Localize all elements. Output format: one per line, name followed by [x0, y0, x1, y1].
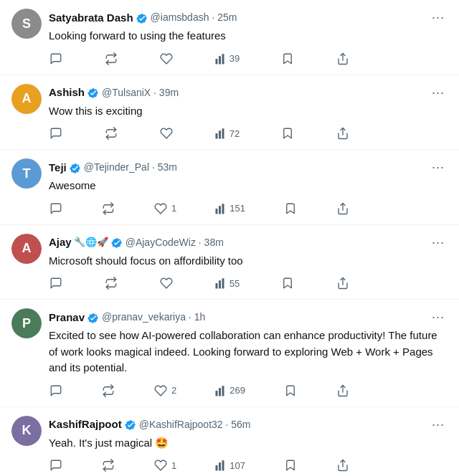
retweet-icon: [101, 201, 115, 216]
retweet-button[interactable]: [104, 126, 118, 141]
retweet-icon: [104, 52, 118, 66]
svg-rect-0: [215, 59, 217, 65]
reply-button[interactable]: [49, 201, 63, 216]
svg-rect-4: [215, 133, 217, 139]
stats-button[interactable]: 151: [214, 202, 245, 215]
tweet-text: Looking forward to using the features: [49, 28, 448, 44]
avatar: A: [11, 234, 42, 264]
stats-button[interactable]: 55: [214, 277, 240, 290]
retweet-button[interactable]: [101, 384, 115, 398]
stats-button[interactable]: 107: [214, 459, 245, 472]
retweet-button[interactable]: [104, 276, 118, 290]
tweet-2: AAshish@TulsaniX · 39m···Wow this is exc…: [0, 75, 459, 151]
tweet-actions: 39: [49, 52, 350, 66]
handle-time: @KashifRajpoot32 · 56m: [139, 418, 251, 431]
svg-rect-22: [222, 460, 224, 470]
retweet-button[interactable]: [101, 201, 115, 216]
reply-button[interactable]: [49, 458, 63, 472]
share-button[interactable]: [336, 458, 350, 472]
reply-button[interactable]: [49, 126, 63, 141]
bookmark-button[interactable]: [280, 126, 295, 141]
like-button[interactable]: [159, 126, 174, 141]
tweet-actions: 1151: [49, 201, 350, 216]
stats-icon: [214, 384, 227, 397]
share-icon: [336, 126, 350, 141]
display-name: Ajay: [49, 235, 72, 249]
share-button[interactable]: [336, 126, 350, 141]
retweet-button[interactable]: [104, 52, 118, 66]
stats-button[interactable]: 39: [214, 52, 240, 65]
verified-icon: [70, 161, 81, 173]
display-name: Pranav: [49, 310, 85, 325]
bookmark-button[interactable]: [283, 384, 298, 398]
stats-icon: [214, 127, 227, 140]
avatar: K: [11, 416, 42, 446]
display-name: Ashish: [49, 85, 85, 100]
reply-button[interactable]: [49, 52, 63, 66]
retweet-button[interactable]: [101, 458, 115, 472]
bookmark-button[interactable]: [280, 52, 295, 66]
svg-rect-8: [216, 209, 218, 214]
verified-icon: [125, 418, 136, 431]
tweet-text: Yeah. It's just magical 🤩: [49, 435, 448, 452]
like-icon: [159, 52, 174, 66]
svg-rect-10: [222, 204, 224, 214]
stats-icon: [214, 52, 227, 65]
tweet-5: PPranav@pranav_vekariya · 1h···Excited t…: [0, 300, 459, 407]
bookmark-button[interactable]: [283, 458, 298, 472]
like-button[interactable]: 1: [153, 458, 176, 472]
stats-icon: [214, 202, 227, 215]
share-button[interactable]: [336, 276, 350, 290]
like-button[interactable]: [159, 52, 174, 66]
stats-icon: [214, 277, 227, 290]
more-options-button[interactable]: ···: [429, 9, 448, 27]
like-button[interactable]: 1: [153, 201, 176, 216]
svg-rect-2: [222, 54, 224, 64]
svg-rect-13: [219, 280, 221, 288]
stats-button[interactable]: 269: [214, 384, 245, 397]
retweet-icon: [104, 276, 118, 290]
more-options-button[interactable]: ···: [429, 234, 448, 252]
more-options-button[interactable]: ···: [429, 84, 448, 102]
svg-rect-12: [215, 283, 217, 289]
tweet-header: Ajay🔧🌐🚀@AjayCodeWiz · 38m···: [49, 234, 448, 252]
share-icon: [336, 201, 350, 216]
share-icon: [336, 52, 350, 66]
share-icon: [336, 458, 350, 472]
handle-time: @TulsaniX · 39m: [102, 86, 179, 99]
like-button[interactable]: 2: [153, 384, 176, 398]
stats-button[interactable]: 72: [214, 127, 240, 140]
tweet-actions: 2269: [49, 384, 350, 398]
reply-button[interactable]: [49, 384, 63, 398]
like-button[interactable]: [159, 276, 174, 290]
more-options-button[interactable]: ···: [429, 416, 448, 434]
avatar: A: [11, 84, 42, 114]
tweet-header: Pranav@pranav_vekariya · 1h···: [49, 308, 448, 326]
like-icon: [159, 126, 174, 141]
bookmark-button[interactable]: [280, 276, 295, 290]
handle-time: @AjayCodeWiz · 38m: [126, 236, 224, 249]
display-name: Satyabrata Dash: [49, 11, 133, 25]
bookmark-button[interactable]: [283, 201, 298, 216]
tweet-text: Wow this is exciting: [49, 103, 448, 120]
tweet-header-left: Satyabrata Dash@iamsbdash · 25m: [49, 11, 237, 25]
more-options-button[interactable]: ···: [429, 308, 448, 326]
like-icon: [153, 384, 168, 398]
reply-icon: [49, 201, 63, 216]
avatar: T: [11, 158, 42, 189]
tweet-header: Ashish@TulsaniX · 39m···: [49, 84, 448, 102]
retweet-icon: [104, 126, 118, 141]
share-button[interactable]: [336, 201, 350, 216]
reply-button[interactable]: [49, 276, 63, 290]
stats-count: 39: [230, 53, 240, 64]
bookmark-icon: [283, 201, 298, 216]
display-name: Teji: [49, 161, 67, 175]
tweet-header-left: KashifRajpoot@KashifRajpoot32 · 56m: [49, 417, 251, 432]
share-button[interactable]: [336, 52, 350, 66]
tweet-6: KKashifRajpoot@KashifRajpoot32 · 56m···Y…: [0, 407, 459, 477]
tweet-list: SSatyabrata Dash@iamsbdash · 25m···Looki…: [0, 0, 459, 476]
reply-icon: [49, 126, 63, 141]
share-button[interactable]: [336, 384, 350, 398]
more-options-button[interactable]: ···: [429, 158, 448, 176]
tweet-header-left: Teji@Tejinder_Pal · 53m: [49, 161, 177, 175]
